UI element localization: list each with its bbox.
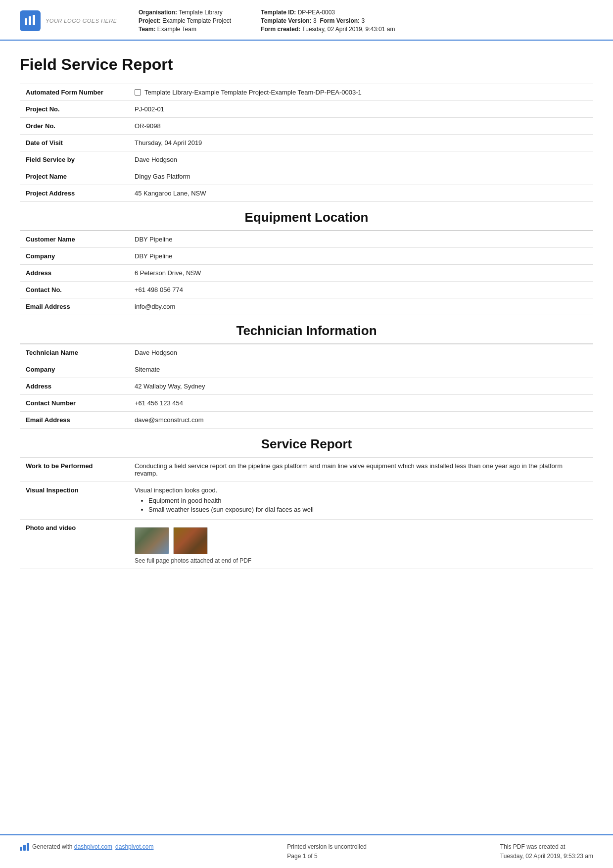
field-label: Company	[20, 361, 129, 378]
header: YOUR LOGO GOES HERE Organisation: Templa…	[0, 0, 613, 41]
equipment-location-header: Equipment Location	[20, 202, 593, 230]
field-label: Order No.	[20, 118, 129, 135]
header-meta-right: Template ID: DP-PEA-0003 Template Versio…	[261, 9, 395, 33]
table-row: Automated Form Number Template Library-E…	[20, 84, 593, 101]
field-value: See full page photos attached at end of …	[129, 520, 593, 569]
table-row: Contact Number +61 456 123 454	[20, 395, 593, 412]
field-label: Project No.	[20, 101, 129, 118]
field-label: Contact No.	[20, 282, 129, 298]
field-label: Address	[20, 265, 129, 282]
field-value: +61 456 123 454	[129, 395, 593, 412]
field-label: Address	[20, 378, 129, 395]
svg-rect-2	[33, 15, 35, 25]
field-value: 45 Kangaroo Lane, NSW	[129, 185, 593, 202]
table-row: Work to be Performed Conducting a field …	[20, 458, 593, 482]
table-row: Project Name Dingy Gas Platform	[20, 168, 593, 185]
table-row: Company DBY Pipeline	[20, 248, 593, 265]
printed-text: Printed version is uncontrolled	[287, 842, 367, 852]
logo-icon	[20, 10, 41, 31]
field-value: Template Library-Example Template Projec…	[129, 84, 593, 101]
footer-bar-3	[27, 843, 29, 851]
table-row: Technician Name Dave Hodgson	[20, 344, 593, 361]
checkbox-icon	[135, 89, 141, 96]
table-row: Project Address 45 Kangaroo Lane, NSW	[20, 185, 593, 202]
field-label: Work to be Performed	[20, 458, 129, 482]
main-content: Field Service Report Automated Form Numb…	[0, 41, 613, 834]
list-item: Equipment in good health	[148, 497, 587, 504]
logo-svg	[24, 14, 37, 27]
pdf-created-text: This PDF was created at	[500, 842, 593, 852]
table-row: Address 6 Peterson Drive, NSW	[20, 265, 593, 282]
table-row: Email Address info@dby.com	[20, 298, 593, 315]
field-value: 6 Peterson Drive, NSW	[129, 265, 593, 282]
photo-thumbnail-1	[135, 527, 169, 554]
list-item: Small weather issues (sun exposure) for …	[148, 506, 587, 513]
footer-bar-1	[20, 847, 22, 851]
field-value: +61 498 056 774	[129, 282, 593, 298]
logo-area: YOUR LOGO GOES HERE	[20, 10, 119, 31]
field-label: Date of Visit	[20, 135, 129, 151]
table-row: Order No. OR-9098	[20, 118, 593, 135]
service-report-title: Service Report	[20, 436, 593, 452]
table-row: Date of Visit Thursday, 04 April 2019	[20, 135, 593, 151]
form-fields-table: Automated Form Number Template Library-E…	[20, 84, 593, 202]
project-line: Project: Example Template Project	[139, 17, 231, 24]
photo-caption: See full page photos attached at end of …	[135, 557, 587, 564]
photo-thumbnail-2	[173, 527, 208, 554]
automated-form-value: Template Library-Example Template Projec…	[135, 89, 587, 96]
field-label: Email Address	[20, 298, 129, 315]
field-label: Visual Inspection	[20, 482, 129, 520]
service-report-header: Service Report	[20, 429, 593, 457]
pdf-created-date: Tuesday, 02 April 2019, 9:53:23 am	[500, 852, 593, 861]
field-label: Company	[20, 248, 129, 265]
field-label: Contact Number	[20, 395, 129, 412]
field-label: Photo and video	[20, 520, 129, 569]
technician-info-title: Technician Information	[20, 323, 593, 338]
technician-info-table: Technician Name Dave Hodgson Company Sit…	[20, 344, 593, 429]
page: YOUR LOGO GOES HERE Organisation: Templa…	[0, 0, 613, 868]
field-value: Sitemate	[129, 361, 593, 378]
field-value: dave@smconstruct.com	[129, 412, 593, 429]
page-title: Field Service Report	[20, 55, 593, 74]
table-row: Contact No. +61 498 056 774	[20, 282, 593, 298]
field-label: Project Address	[20, 185, 129, 202]
dashpivot-link[interactable]: dashpivot.com	[115, 842, 153, 852]
footer-bar-2	[23, 845, 26, 851]
equipment-location-title: Equipment Location	[20, 210, 593, 225]
versions-line: Template Version: 3 Form Version: 3	[261, 17, 395, 24]
field-value: Dingy Gas Platform	[129, 168, 593, 185]
table-row: Photo and video See full page photos att…	[20, 520, 593, 569]
visual-inspection-list: Equipment in good health Small weather i…	[148, 497, 587, 513]
dashpivot-link[interactable]: dashpivot.com	[74, 843, 112, 850]
svg-rect-0	[25, 18, 27, 25]
header-meta: Organisation: Template Library Project: …	[139, 9, 593, 33]
field-value: PJ-002-01	[129, 101, 593, 118]
field-label: Field Service by	[20, 151, 129, 168]
table-row: Field Service by Dave Hodgson	[20, 151, 593, 168]
table-row: Customer Name DBY Pipeline	[20, 231, 593, 248]
footer-pdf-created: This PDF was created at Tuesday, 02 Apri…	[500, 842, 593, 861]
field-value: Dave Hodgson	[129, 344, 593, 361]
field-label: Technician Name	[20, 344, 129, 361]
field-value: OR-9098	[129, 118, 593, 135]
field-label: Email Address	[20, 412, 129, 429]
field-value: Thursday, 04 April 2019	[129, 135, 593, 151]
field-value: Conducting a field service report on the…	[129, 458, 593, 482]
table-row: Email Address dave@smconstruct.com	[20, 412, 593, 429]
table-row: Address 42 Wallaby Way, Sydney	[20, 378, 593, 395]
form-created-line: Form created: Tuesday, 02 April 2019, 9:…	[261, 26, 395, 33]
field-label: Project Name	[20, 168, 129, 185]
table-row: Company Sitemate	[20, 361, 593, 378]
header-meta-left: Organisation: Template Library Project: …	[139, 9, 231, 33]
svg-rect-1	[29, 16, 31, 25]
table-row: Project No. PJ-002-01	[20, 101, 593, 118]
generated-text: Generated with dashpivot.com	[32, 842, 112, 852]
footer: Generated with dashpivot.comdashpivot.co…	[0, 834, 613, 868]
footer-printed: Printed version is uncontrolled Page 1 o…	[287, 842, 367, 861]
organisation-line: Organisation: Template Library	[139, 9, 231, 16]
table-row: Visual Inspection Visual inspection look…	[20, 482, 593, 520]
footer-logo: Generated with dashpivot.comdashpivot.co…	[20, 842, 153, 852]
equipment-location-table: Customer Name DBY Pipeline Company DBY P…	[20, 231, 593, 315]
field-value: info@dby.com	[129, 298, 593, 315]
photo-row	[135, 527, 587, 554]
